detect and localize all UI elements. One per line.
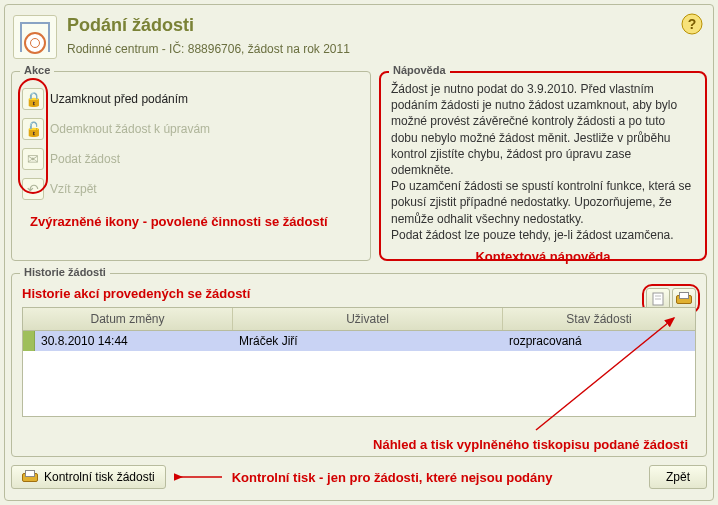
action-label: Vzít zpět <box>50 182 97 196</box>
col-date[interactable]: Datum změny <box>23 308 233 330</box>
control-print-label: Kontrolní tisk žádosti <box>44 470 155 484</box>
printer-icon <box>676 292 692 306</box>
help-panel: Nápověda Žádost je nutno podat do 3.9.20… <box>379 71 707 261</box>
control-print-button[interactable]: Kontrolní tisk žádosti <box>11 465 166 489</box>
action-undo: ↶ Vzít zpět <box>22 174 360 204</box>
table-row[interactable]: 30.8.2010 14:44 Mráček Jiří rozpracovaná <box>23 331 695 351</box>
arrow-icon <box>174 469 224 485</box>
action-lock[interactable]: 🔒 Uzamknout před podáním <box>22 84 360 114</box>
cell-user: Mráček Jiří <box>233 331 503 351</box>
footer-annotation: Kontrolní tisk - jen pro žádosti, které … <box>232 470 553 485</box>
page-subtitle: Rodinné centrum - IČ: 88896706, žádost n… <box>67 42 705 56</box>
back-label: Zpět <box>666 470 690 484</box>
history-panel: Historie žádosti Historie akcí provedený… <box>11 273 707 457</box>
actions-legend: Akce <box>20 64 54 76</box>
row-marker <box>23 331 35 351</box>
help-legend: Nápověda <box>389 64 450 76</box>
action-label: Podat žádost <box>50 152 120 166</box>
history-table: Datum změny Uživatel Stav žádosti 30.8.2… <box>22 307 696 417</box>
back-button[interactable]: Zpět <box>649 465 707 489</box>
action-label: Odemknout žádost k úpravám <box>50 122 210 136</box>
action-label: Uzamknout před podáním <box>50 92 188 106</box>
history-title: Historie akcí provedených se žádostí <box>22 286 696 301</box>
action-unlock: 🔓 Odemknout žádost k úpravám <box>22 114 360 144</box>
actions-panel: Akce 🔒 Uzamknout před podáním 🔓 Odemknou… <box>11 71 371 261</box>
action-submit: ✉ Podat žádost <box>22 144 360 174</box>
print-annotation: Náhled a tisk vyplněného tiskopisu podan… <box>373 437 688 452</box>
help-body: Žádost je nutno podat do 3.9.2010. Před … <box>391 81 695 243</box>
enabled-icons-highlight <box>18 78 48 194</box>
help-icon[interactable]: ? <box>681 13 703 38</box>
document-stamp-icon <box>13 15 57 59</box>
help-caption: Kontextová nápověda <box>391 249 695 264</box>
printer-icon <box>22 470 38 484</box>
actions-annotation: Zvýrazněné ikony - povolené činnosti se … <box>30 214 360 231</box>
cell-date: 30.8.2010 14:44 <box>35 331 233 351</box>
col-state[interactable]: Stav žádosti <box>503 308 695 330</box>
col-user[interactable]: Uživatel <box>233 308 503 330</box>
svg-text:?: ? <box>688 16 697 32</box>
history-legend: Historie žádosti <box>20 266 110 278</box>
cell-state: rozpracovaná <box>503 331 695 351</box>
page-title: Podání žádosti <box>67 15 705 36</box>
